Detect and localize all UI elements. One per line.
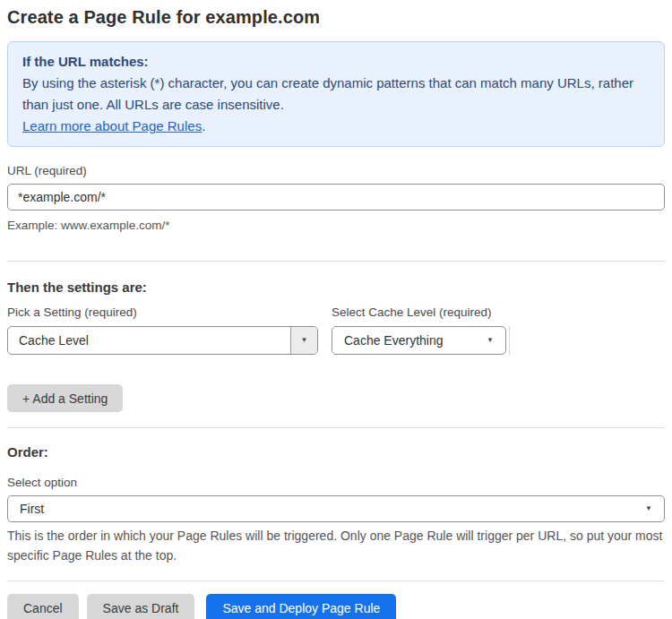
url-helper-text: Example: www.example.com/*	[7, 216, 665, 236]
chevron-down-icon[interactable]: ▼	[290, 327, 317, 354]
footer-actions: Cancel Save as Draft Save and Deploy Pag…	[7, 594, 665, 619]
info-box-heading: If the URL matches:	[22, 51, 650, 73]
cache-level-select[interactable]: Cache Everything ▼	[332, 326, 506, 355]
setting-select[interactable]: Cache Level ▼	[7, 326, 318, 355]
page-title: Create a Page Rule for example.com	[7, 7, 665, 27]
info-box-link-line: Learn more about Page Rules.	[22, 116, 650, 137]
cache-level-column: Select Cache Level (required) Cache Ever…	[332, 305, 521, 355]
order-select-label: Select option	[7, 475, 665, 490]
column-divider	[509, 326, 510, 355]
divider	[7, 580, 665, 581]
save-draft-button[interactable]: Save as Draft	[87, 594, 195, 619]
setting-picker-label: Pick a Setting (required)	[7, 305, 318, 320]
add-setting-button[interactable]: + Add a Setting	[7, 384, 123, 412]
info-box-body: By using the asterisk (*) character, you…	[22, 73, 650, 116]
url-input[interactable]	[7, 184, 665, 211]
link-period: .	[202, 118, 205, 133]
setting-picker-column: Pick a Setting (required) Cache Level ▼	[7, 305, 318, 355]
create-page-rule-form: Create a Page Rule for example.com If th…	[0, 0, 672, 619]
dropdown-arrow-glyph: ▼	[301, 337, 308, 344]
chevron-down-icon: ▼	[487, 337, 494, 344]
divider	[7, 427, 665, 428]
order-section-heading: Order:	[7, 444, 665, 460]
save-deploy-button[interactable]: Save and Deploy Page Rule	[206, 594, 396, 619]
url-label: URL (required)	[7, 163, 665, 178]
cache-level-label: Select Cache Level (required)	[332, 305, 521, 320]
settings-row: Pick a Setting (required) Cache Level ▼ …	[7, 305, 665, 355]
url-match-info-box: If the URL matches: By using the asteris…	[7, 41, 665, 147]
order-select[interactable]: First ▼	[7, 495, 665, 522]
order-helper-text: This is the order in which your Page Rul…	[7, 526, 665, 565]
settings-section-heading: Then the settings are:	[7, 279, 665, 296]
cache-level-select-value: Cache Everything	[344, 333, 444, 348]
cancel-button[interactable]: Cancel	[7, 594, 79, 619]
learn-more-link[interactable]: Learn more about Page Rules	[22, 118, 202, 133]
cache-level-select-wrap: Cache Everything ▼	[332, 320, 521, 355]
order-select-value: First	[20, 502, 44, 516]
divider	[7, 261, 665, 262]
chevron-down-icon: ▼	[645, 505, 652, 512]
setting-select-value: Cache Level	[8, 327, 290, 354]
